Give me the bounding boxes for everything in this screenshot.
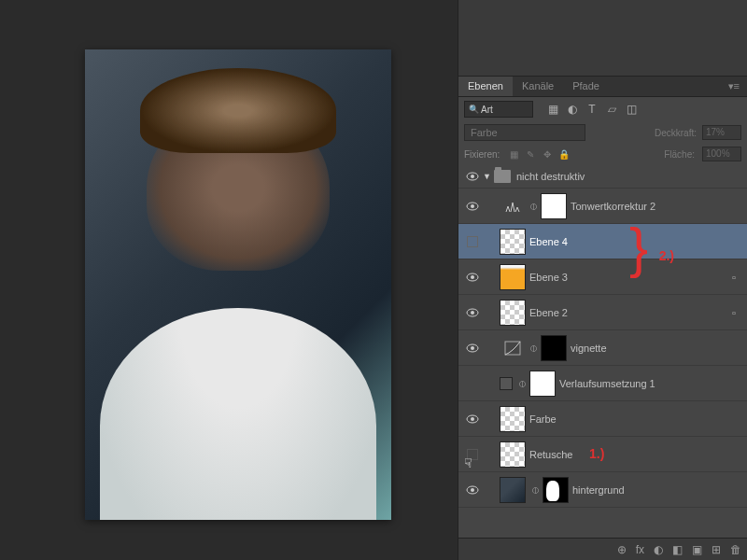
panel-menu-icon[interactable]: ▾≡ — [721, 77, 747, 96]
blend-mode-select[interactable]: Farbe — [464, 124, 585, 141]
lock-all-icon[interactable]: 🔒 — [557, 149, 571, 160]
filter-mode-select[interactable]: Art — [464, 101, 533, 118]
group-name[interactable]: nicht destruktiv — [516, 171, 743, 182]
folder-icon — [494, 170, 511, 183]
layer-verlaufsumsetzung[interactable]: ⦶ Verlaufsumsetzung 1 — [458, 366, 747, 401]
layer-thumbnail[interactable] — [500, 264, 526, 290]
fill-label: Fläche: — [664, 149, 695, 160]
layers-bottom-bar: ⊕ fx ◐ ◧ ▣ ⊞ 🗑 — [458, 538, 747, 560]
svg-point-1 — [471, 175, 474, 178]
visibility-icon[interactable] — [466, 485, 479, 495]
tab-pfade[interactable]: Pfade — [563, 77, 609, 96]
visibility-icon[interactable] — [466, 308, 479, 317]
layer-ebene-2[interactable]: Ebene 2 ▫ — [458, 295, 747, 330]
layer-effects-icon[interactable]: ▫ — [725, 307, 743, 318]
svg-point-7 — [471, 311, 474, 315]
layers-list: ▼ nicht destruktiv ⦶ Tonwertkorrektur 2 … — [458, 164, 747, 538]
svg-point-3 — [471, 204, 474, 208]
mask-thumbnail[interactable] — [543, 477, 569, 503]
gradient-map-icon — [500, 377, 513, 390]
layer-name[interactable]: Retusche — [529, 449, 743, 460]
link-icon[interactable]: ⦶ — [528, 200, 539, 212]
fill-value[interactable]: 100% — [702, 147, 741, 161]
layer-ebene-3[interactable]: Ebene 3 ▫ — [458, 259, 747, 295]
layer-name[interactable]: Farbe — [529, 413, 743, 425]
layer-name[interactable]: Ebene 2 — [529, 307, 725, 318]
panel-top-spacer — [458, 0, 747, 77]
filter-type-icon[interactable]: T — [584, 102, 600, 117]
blend-row: Farbe Deckkraft: 17% — [458, 121, 747, 144]
visibility-icon[interactable] — [466, 414, 479, 424]
lock-pixels-icon[interactable]: ✎ — [524, 149, 537, 160]
canvas-area[interactable] — [0, 0, 458, 560]
new-layer-icon[interactable]: ⊞ — [712, 543, 721, 556]
svg-point-9 — [471, 346, 474, 350]
layer-name[interactable]: Ebene 4 — [529, 236, 743, 247]
filter-smart-icon[interactable]: ◫ — [623, 102, 640, 117]
opacity-label: Deckkraft: — [655, 128, 697, 138]
layer-filter-toolbar: Art ▦ ◐ T ▱ ◫ — [458, 97, 747, 121]
cursor-pointer-icon: ☟ — [464, 455, 472, 470]
visibility-off-icon[interactable] — [467, 236, 478, 247]
tab-ebenen[interactable]: Ebenen — [458, 77, 513, 96]
visibility-icon[interactable] — [466, 172, 479, 181]
layer-thumbnail[interactable] — [500, 441, 526, 468]
layer-name[interactable]: Verlaufsumsetzung 1 — [559, 378, 743, 389]
link-icon[interactable]: ⦶ — [529, 483, 541, 496]
link-icon[interactable]: ⦶ — [516, 377, 528, 389]
curves-icon — [500, 335, 526, 361]
svg-point-5 — [471, 275, 474, 279]
levels-icon — [500, 193, 526, 219]
fx-icon[interactable]: fx — [636, 543, 644, 556]
new-group-icon[interactable]: ▣ — [692, 543, 702, 556]
layer-retusche[interactable]: Retusche 1.) ☟ — [458, 437, 747, 472]
opacity-value[interactable]: 17% — [702, 125, 741, 140]
link-layers-icon[interactable]: ⊕ — [617, 543, 627, 556]
filter-adjust-icon[interactable]: ◐ — [564, 102, 581, 117]
panel-tabs: Ebenen Kanäle Pfade ▾≡ — [458, 77, 747, 97]
layer-thumbnail[interactable] — [500, 477, 526, 503]
layer-name[interactable]: Ebene 3 — [529, 272, 725, 283]
layer-vignette[interactable]: ⦶ vignette — [458, 330, 747, 366]
layer-name[interactable]: vignette — [571, 343, 743, 354]
lock-position-icon[interactable]: ✥ — [541, 149, 554, 160]
layer-thumbnail[interactable] — [500, 406, 526, 432]
layer-name[interactable]: hintergrund — [572, 484, 743, 496]
svg-point-12 — [471, 417, 474, 421]
visibility-icon[interactable] — [466, 343, 479, 353]
mask-thumbnail[interactable] — [541, 335, 567, 361]
lock-row: Fixieren: ▦ ✎ ✥ 🔒 Fläche: 100% — [458, 144, 747, 164]
tab-kanaele[interactable]: Kanäle — [513, 77, 563, 96]
delete-layer-icon[interactable]: 🗑 — [730, 543, 741, 556]
mask-thumbnail[interactable] — [529, 371, 556, 397]
mask-thumbnail[interactable] — [541, 193, 567, 219]
layer-tonwertkorrektur[interactable]: ⦶ Tonwertkorrektur 2 — [458, 189, 747, 224]
layer-name[interactable]: Tonwertkorrektur 2 — [571, 201, 743, 212]
svg-rect-10 — [505, 342, 520, 355]
svg-point-14 — [471, 488, 474, 492]
lock-transparency-icon[interactable]: ▦ — [507, 149, 520, 160]
layer-thumbnail[interactable] — [500, 300, 526, 326]
layers-panel: Ebenen Kanäle Pfade ▾≡ Art ▦ ◐ T ▱ ◫ Far… — [458, 0, 747, 560]
lock-label: Fixieren: — [464, 149, 500, 160]
group-collapse-icon[interactable]: ▼ — [483, 172, 494, 181]
layer-effects-icon[interactable]: ▫ — [725, 272, 743, 283]
visibility-icon[interactable] — [466, 273, 479, 282]
layer-thumbnail[interactable] — [500, 229, 526, 255]
layer-ebene-4[interactable]: Ebene 4 } 2.) — [458, 224, 747, 259]
add-mask-icon[interactable]: ◐ — [654, 543, 663, 556]
filter-shape-icon[interactable]: ▱ — [603, 102, 620, 117]
annotation-1: 1.) — [589, 446, 604, 461]
new-adjustment-icon[interactable]: ◧ — [672, 543, 683, 556]
layer-hintergrund[interactable]: ⦶ hintergrund — [458, 472, 747, 508]
visibility-icon[interactable] — [466, 202, 479, 211]
document-image[interactable] — [85, 49, 391, 520]
filter-pixel-icon[interactable]: ▦ — [544, 102, 561, 117]
layer-farbe[interactable]: Farbe — [458, 401, 747, 437]
link-icon[interactable]: ⦶ — [528, 342, 539, 354]
layer-group[interactable]: ▼ nicht destruktiv — [458, 164, 747, 189]
